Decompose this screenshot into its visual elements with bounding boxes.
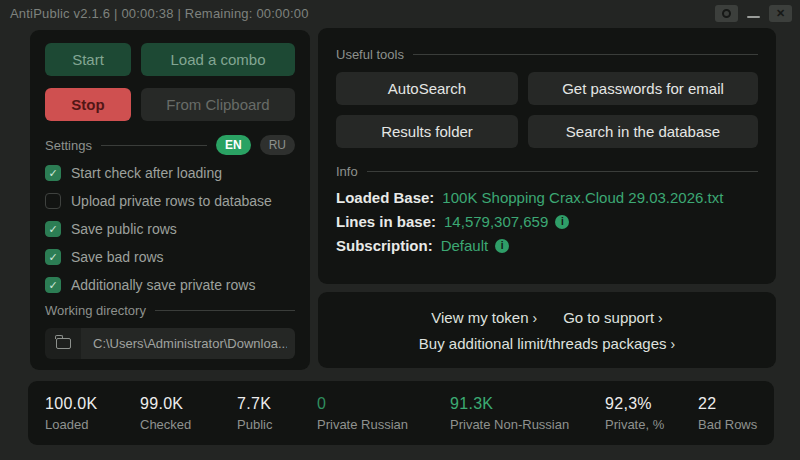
checkbox-box: ✓ [45,193,61,209]
links-panel: View my token› Go to support› Buy additi… [318,292,776,368]
divider-line [367,171,758,172]
get-passwords-button[interactable]: Get passwords for email [528,72,758,105]
stat-value: 100.0K [45,395,140,413]
checkbox-box: ✓ [45,221,61,237]
stat-value: 99.0K [140,395,237,413]
lines-in-base-value: 14,579,307,659 [444,213,548,230]
stat-value: 0 [317,395,450,413]
stat-private-non-russian: 91.3K Private Non-Russian [450,395,605,432]
lines-in-base-row: Lines in base: 14,579,307,659 i [336,213,758,230]
useful-tools-label: Useful tools [336,47,404,62]
working-directory-label: Working directory [45,303,146,318]
subscription-label: Subscription: [336,237,433,254]
info-section-header: Info [336,164,758,179]
checkbox-box: ✓ [45,165,61,181]
stat-value: 22 [698,395,757,413]
load-combo-button[interactable]: Load a combo [141,43,295,76]
title-bar: AntiPublic v2.1.6 | 00:00:38 | Remaining… [0,0,800,26]
subscription-value: Default [441,237,489,254]
autosearch-button[interactable]: AutoSearch [336,72,518,105]
checkbox[interactable]: ✓ Start check after loading [45,165,295,181]
stat-label: Public [237,417,317,432]
record-button[interactable] [715,5,738,22]
circle-icon [722,9,731,18]
divider-line [413,54,758,55]
checkbox[interactable]: ✓ Additionally save private rows [45,277,295,293]
tools-panel: Useful tools AutoSearch Get passwords fo… [318,28,776,284]
folder-icon [56,338,71,349]
settings-section-header: Settings EN RU [45,135,295,155]
stat-label: Private, % [605,417,698,432]
info-icon[interactable]: i [495,239,509,253]
checkbox-label: Additionally save private rows [71,277,255,293]
language-toggle-en[interactable]: EN [216,135,251,155]
settings-label: Settings [45,138,92,153]
checkbox-label: Save bad rows [71,249,164,265]
loaded-base-value: 100K Shopping Crax.Cloud 29.03.2026.txt [442,189,723,206]
stat-checked: 99.0K Checked [140,395,237,432]
minimize-icon[interactable] [747,16,760,18]
checkbox-box: ✓ [45,277,61,293]
stat-label: Checked [140,417,237,432]
stat-value: 91.3K [450,395,605,413]
stat-public: 7.7K Public [237,395,317,432]
stat-private-percent: 92,3% Private, % [605,395,698,432]
start-button[interactable]: Start [45,43,131,76]
checkbox-box: ✓ [45,249,61,265]
lines-in-base-label: Lines in base: [336,213,436,230]
subscription-row: Subscription: Default i [336,237,758,254]
loaded-base-label: Loaded Base: [336,189,434,206]
chevron-right-icon: › [533,310,538,326]
stat-bad-rows: 22 Bad Rows [698,395,757,432]
results-folder-button[interactable]: Results folder [336,115,518,148]
stat-value: 92,3% [605,395,698,413]
working-directory-section-header: Working directory [45,303,295,318]
stat-private-russian: 0 Private Russian [317,395,450,432]
checkbox-label: Save public rows [71,221,177,237]
stat-label: Private Non-Russian [450,417,605,432]
settings-checkbox-list: ✓ Start check after loading ✓ Upload pri… [45,165,295,293]
info-icon[interactable]: i [555,215,569,229]
useful-tools-section-header: Useful tools [336,47,758,62]
window-title: AntiPublic v2.1.6 | 00:00:38 | Remaining… [10,6,309,21]
close-button[interactable]: ✕ [769,5,792,22]
from-clipboard-button[interactable]: From Clipboard [141,88,295,121]
stat-label: Loaded [45,417,140,432]
view-token-link[interactable]: View my token› [431,309,537,326]
stat-label: Bad Rows [698,417,757,432]
browse-folder-button[interactable] [45,328,81,359]
divider-line [155,310,295,311]
checkbox[interactable]: ✓ Save public rows [45,221,295,237]
stop-button[interactable]: Stop [45,88,131,121]
loaded-base-row: Loaded Base: 100K Shopping Crax.Cloud 29… [336,189,758,206]
info-label: Info [336,164,358,179]
language-toggle-ru[interactable]: RU [260,135,295,155]
search-database-button[interactable]: Search in the database [528,115,758,148]
working-directory-input[interactable] [81,328,295,359]
control-panel: Start Load a combo Stop From Clipboard S… [30,30,310,370]
stat-label: Private Russian [317,417,450,432]
go-to-support-link[interactable]: Go to support› [563,309,663,326]
stat-loaded: 100.0K Loaded [45,395,140,432]
checkbox-label: Start check after loading [71,165,222,181]
divider-line [101,145,207,146]
checkbox-label: Upload private rows to database [71,193,272,209]
chevron-right-icon: › [670,336,675,352]
chevron-right-icon: › [658,310,663,326]
stats-bar: 100.0K Loaded 99.0K Checked 7.7K Public … [28,381,774,445]
checkbox[interactable]: ✓ Save bad rows [45,249,295,265]
buy-packages-link[interactable]: Buy additional limit/threads packages› [419,335,675,352]
checkbox[interactable]: ✓ Upload private rows to database [45,193,295,209]
window-controls: ✕ [715,5,792,22]
close-icon: ✕ [776,8,785,19]
stat-value: 7.7K [237,395,317,413]
